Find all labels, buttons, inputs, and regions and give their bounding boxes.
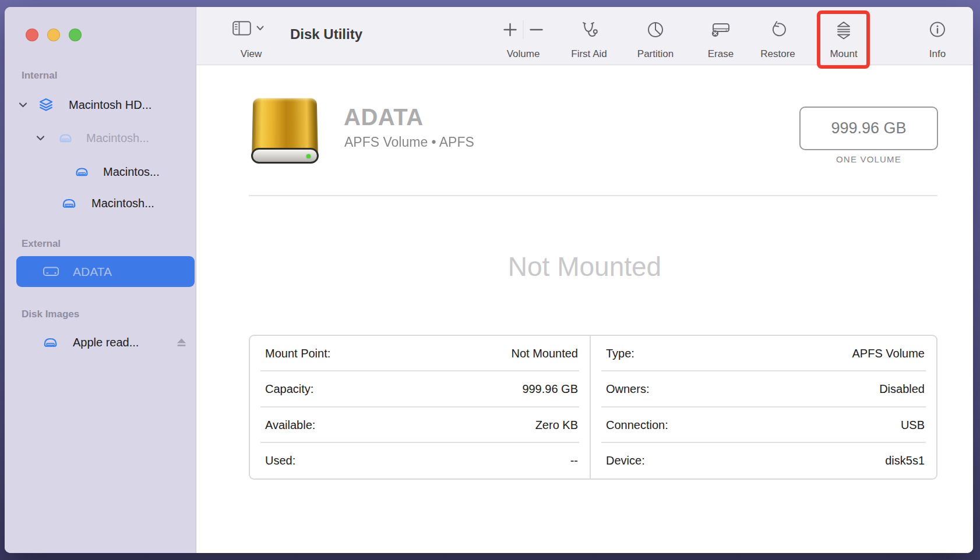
table-row: Used: -- [250, 443, 590, 479]
sidebar-header-external: External [22, 238, 61, 250]
table-row: Connection: USB [591, 407, 936, 443]
restore-arrow-icon [769, 20, 787, 39]
content-pane: ADATA APFS Volume • APFS 999.96 GB ONE V… [196, 66, 973, 553]
drive-base [251, 148, 319, 164]
sidebar-item-label: Macintos... [103, 165, 160, 179]
detail-label: Connection: [606, 419, 668, 432]
zoom-button[interactable] [69, 29, 82, 41]
info-label: Info [905, 48, 970, 60]
sidebar-item-macintosh-sub-volume[interactable]: Macintos... [5, 156, 196, 187]
table-row: Mount Point: Not Mounted [250, 336, 590, 371]
first-aid-label: First Aid [557, 48, 621, 60]
details-right-column: Type: APFS Volume Owners: Disabled Conne… [591, 336, 936, 479]
partition-label: Partition [623, 48, 688, 60]
size-badge-caption: ONE VOLUME [799, 154, 938, 164]
volume-subtitle: APFS Volume • APFS [344, 134, 474, 150]
sidebar-item-label: Macintosh... [91, 197, 154, 210]
volume-buttons[interactable]: Volume [491, 7, 555, 65]
remove-volume-icon[interactable] [529, 22, 544, 37]
pie-chart-icon [646, 20, 665, 39]
chevron-down-icon [256, 26, 264, 31]
toolbar: View Disk Utility Volume [196, 7, 973, 65]
detail-label: Type: [606, 347, 634, 360]
table-row: Device: disk5s1 [591, 443, 936, 479]
sidebar-item-label: Apple read... [73, 336, 139, 349]
details-left-column: Mount Point: Not Mounted Capacity: 999.9… [250, 336, 590, 479]
info-icon [928, 20, 947, 39]
detail-label: Capacity: [265, 382, 313, 396]
erase-drive-icon [710, 20, 731, 38]
erase-label: Erase [689, 48, 753, 60]
drive-led [306, 154, 311, 158]
table-row: Available: Zero KB [250, 407, 590, 443]
sidebar-header-disk-images: Disk Images [22, 309, 79, 320]
restore-button[interactable]: Restore [746, 7, 810, 65]
chevron-down-icon[interactable] [19, 102, 27, 108]
detail-label: Used: [265, 454, 295, 467]
erase-button[interactable]: Erase [689, 7, 753, 65]
details-table: Mount Point: Not Mounted Capacity: 999.9… [249, 335, 937, 480]
sidebar-toggle-icon [232, 21, 251, 36]
internal-drive-icon [61, 196, 77, 211]
table-row: Owners: Disabled [591, 371, 936, 407]
internal-drive-icon [43, 335, 58, 350]
sidebar-item-apple-read-only[interactable]: Apple read... [5, 327, 196, 358]
detail-value: disk5s1 [885, 454, 925, 467]
disk-container-icon [38, 97, 54, 112]
header-divider [249, 195, 937, 196]
table-row: Type: APFS Volume [591, 336, 936, 371]
detail-value: Not Mounted [511, 347, 578, 360]
sidebar-item-label: ADATA [73, 265, 112, 279]
mount-icon [835, 20, 852, 40]
status-not-mounted: Not Mounted [196, 251, 973, 282]
detail-value: Disabled [879, 382, 925, 396]
external-drive-icon [43, 265, 60, 278]
add-volume-icon[interactable] [503, 22, 518, 37]
size-badge: 999.96 GB [799, 107, 938, 150]
sidebar-item-label: Macintosh HD... [69, 98, 151, 112]
sidebar-item-macintosh-volume[interactable]: Macintosh... [5, 122, 196, 154]
stethoscope-icon [579, 20, 599, 40]
detail-label: Available: [265, 419, 315, 432]
detail-value: Zero KB [535, 419, 578, 432]
table-row: Capacity: 999.96 GB [250, 371, 590, 407]
sidebar-item-macintosh-hd-container[interactable]: Macintosh HD... [5, 89, 196, 120]
detail-label: Mount Point: [265, 347, 330, 360]
detail-label: Device: [606, 454, 645, 467]
internal-drive-icon [75, 165, 89, 179]
volume-separator [523, 20, 524, 39]
detail-value: 999.96 GB [522, 382, 578, 396]
main-area: View Disk Utility Volume [196, 7, 973, 553]
info-button[interactable]: Info [905, 7, 970, 65]
restore-label: Restore [746, 48, 810, 60]
mount-label: Mount [812, 48, 876, 60]
detail-value: APFS Volume [852, 347, 925, 360]
sidebar-item-label: Macintosh... [86, 132, 149, 145]
view-button-label: View [232, 48, 270, 60]
volume-buttons-label: Volume [491, 48, 555, 60]
window-title: Disk Utility [290, 26, 362, 42]
external-drive-gold-icon [249, 95, 320, 164]
first-aid-button[interactable]: First Aid [557, 7, 621, 65]
detail-value: -- [570, 454, 578, 467]
eject-icon[interactable] [176, 338, 187, 348]
partition-button[interactable]: Partition [623, 7, 688, 65]
detail-value: USB [901, 419, 925, 432]
volume-title: ADATA [344, 104, 424, 130]
chevron-down-icon[interactable] [36, 135, 45, 141]
disk-utility-window: Internal Macintosh HD... [5, 7, 973, 553]
detail-label: Owners: [606, 382, 649, 396]
minimize-button[interactable] [47, 29, 60, 41]
close-button[interactable] [26, 29, 38, 41]
mount-button[interactable]: Mount [812, 7, 876, 65]
desktop: Internal Macintosh HD... [0, 0, 980, 560]
sidebar-item-adata-selected[interactable]: ADATA [16, 256, 195, 287]
view-button[interactable]: View [232, 7, 279, 65]
internal-drive-icon [58, 132, 73, 145]
sidebar-header-internal: Internal [22, 70, 57, 81]
sidebar-item-macintosh-data-volume[interactable]: Macintosh... [5, 187, 196, 219]
sidebar: Internal Macintosh HD... [5, 7, 196, 553]
